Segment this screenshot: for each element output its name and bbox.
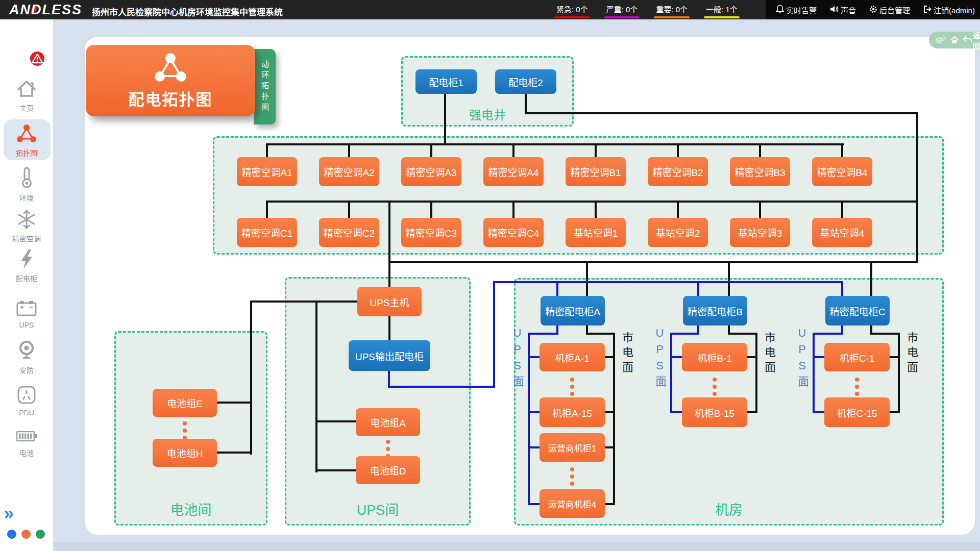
ups-line: [530, 411, 540, 413]
ups-line: [815, 411, 824, 413]
pager-dot-green[interactable]: [36, 530, 45, 539]
node-rack-c1[interactable]: 机柜C-1: [824, 343, 890, 371]
node-precision-pdu-a[interactable]: 精密配电柜A: [541, 296, 605, 325]
sidebar-item-topology[interactable]: 拓扑图: [0, 123, 53, 158]
bolt-icon: [17, 262, 36, 271]
node-base-ac-3[interactable]: 基站空调3: [730, 218, 790, 247]
connector-line: [217, 402, 251, 404]
alarm-important[interactable]: 重要: 0个: [654, 4, 690, 18]
label-strong-electric-well: 强电井: [401, 105, 574, 123]
logout-icon: [923, 5, 932, 15]
node-ac-c2[interactable]: 精密空调C2: [319, 218, 379, 247]
connector-line: [266, 202, 268, 219]
node-base-ac-4[interactable]: 基站空调4: [812, 218, 872, 247]
alarm-general-bar: [704, 16, 740, 18]
node-rack-a1[interactable]: 机柜A-1: [540, 343, 605, 371]
label-mains-face-b: 市电面: [761, 332, 777, 376]
sidebar-item-battery-label: 电池: [0, 447, 53, 458]
sidebar-expand-button[interactable]: »: [4, 503, 14, 523]
sidebar-item-topology-label: 拓扑图: [0, 147, 53, 158]
sidebar-item-power-cabinet[interactable]: 配电柜: [0, 249, 53, 283]
node-ac-a3[interactable]: 精密空调A3: [401, 157, 461, 186]
sidebar-item-ups[interactable]: UPS: [0, 299, 53, 329]
molecule-icon: [86, 52, 255, 86]
ups-line: [813, 333, 843, 335]
node-rack-b15[interactable]: 机柜B-15: [682, 397, 747, 427]
node-distribution-cabinet-2[interactable]: 配电柜2: [495, 69, 556, 94]
node-ups-output-cabinet[interactable]: UPS输出配电柜: [349, 340, 430, 371]
node-precision-pdu-c[interactable]: 精密配电柜C: [825, 296, 890, 325]
tab-env-topology[interactable]: 动环拓扑图: [254, 49, 276, 124]
node-ac-c1[interactable]: 精密空调C1: [237, 218, 297, 247]
node-base-ac-1[interactable]: 基站空调1: [566, 218, 626, 247]
node-carrier-rack-1[interactable]: 运营商机柜1: [540, 433, 605, 462]
settings-gears-icon[interactable]: [935, 36, 946, 44]
node-ac-b3[interactable]: 精密空调B3: [730, 157, 790, 186]
horizontal-scrollbar[interactable]: [53, 542, 980, 551]
node-precision-pdu-b[interactable]: 精密配电柜B: [683, 296, 747, 325]
logout-button[interactable]: 注销(admin): [923, 5, 975, 15]
node-ac-c3[interactable]: 精密空调C3: [401, 218, 461, 247]
sidebar-item-battery[interactable]: 电池: [0, 429, 53, 458]
alarm-critical[interactable]: 紧急: 0个: [554, 4, 590, 18]
node-ac-a4[interactable]: 精密空调A4: [483, 157, 544, 186]
node-battery-group-a[interactable]: 电池组A: [356, 408, 420, 436]
home-mini-icon[interactable]: [950, 36, 959, 44]
realtime-alarm-button[interactable]: 实时告警: [776, 5, 817, 15]
node-distribution-cabinet-1[interactable]: 配电柜1: [415, 69, 477, 94]
ellipsis-dots: [855, 378, 859, 396]
sidebar-item-security[interactable]: 安防: [0, 340, 53, 375]
node-ac-a1[interactable]: 精密空调A1: [237, 157, 297, 186]
connector-line: [728, 263, 730, 296]
node-battery-group-e[interactable]: 电池组E: [153, 389, 217, 417]
sidebar-item-environment[interactable]: 环境: [0, 166, 53, 203]
label-ups-face-a: UPS面: [509, 327, 525, 390]
app-root: ANDLESS 扬州市人民检察院中心机房环境监控集中管理系统 紧急: 0个 严重…: [0, 0, 980, 551]
pager-dot-orange[interactable]: [21, 530, 31, 539]
bus-line-ac-row1: [266, 143, 844, 145]
sidebar-item-pdu[interactable]: PDU: [0, 385, 53, 417]
node-battery-group-d[interactable]: 电池组D: [356, 456, 420, 484]
node-ac-b1[interactable]: 精密空调B1: [566, 157, 626, 186]
node-ac-a2[interactable]: 精密空调A2: [319, 157, 379, 186]
node-ac-c4[interactable]: 精密空调C4: [483, 218, 544, 247]
sidebar-item-precision-ac[interactable]: 精密空调: [0, 209, 53, 243]
connector-line: [586, 333, 615, 335]
node-ac-b4[interactable]: 精密空调B4: [812, 157, 872, 186]
connector-line: [747, 411, 756, 413]
snowflake-icon: [16, 222, 37, 231]
node-ac-b2[interactable]: 精密空调B2: [648, 157, 708, 186]
connector-line: [266, 144, 268, 158]
ellipsis-dots: [570, 378, 574, 396]
node-rack-a15[interactable]: 机柜A-15: [540, 397, 605, 427]
node-base-ac-2[interactable]: 基站空调2: [648, 218, 708, 247]
sidebar-item-security-label: 安防: [0, 365, 53, 375]
label-machine-room: 机房: [514, 499, 944, 519]
label-ups-room: UPS间: [285, 499, 471, 519]
back-button[interactable]: 返回: [963, 30, 980, 51]
battery-icon: [15, 437, 38, 445]
admin-console-button[interactable]: 后台管理: [869, 5, 910, 15]
connector-line: [890, 411, 899, 413]
pager-dot-blue[interactable]: [7, 530, 16, 539]
sound-button[interactable]: 声音: [830, 5, 856, 15]
alarm-severe[interactable]: 严重: 0个: [604, 4, 640, 18]
node-rack-c15[interactable]: 机柜C-15: [824, 397, 890, 427]
node-ups-host[interactable]: UPS主机: [357, 287, 422, 316]
speaker-icon: [830, 5, 839, 15]
connector-line: [388, 202, 390, 287]
connector-line: [605, 356, 614, 358]
page-title-card: 配电拓扑图: [86, 45, 255, 116]
bus-line-ups-C: [813, 333, 815, 413]
sidebar-item-home[interactable]: 主页: [0, 79, 53, 113]
sidebar: 主页 拓扑图 环境 精密空调 配电柜 UPS 安防 P: [0, 19, 53, 551]
topology-icon: [16, 137, 37, 145]
alarm-general[interactable]: 一般: 1个: [704, 4, 740, 18]
label-mains-face-a: 市电面: [618, 332, 634, 376]
sidebar-item-pdu-label: PDU: [0, 409, 53, 417]
node-rack-b1[interactable]: 机柜B-1: [682, 343, 747, 371]
label-battery-room: 电池间: [114, 499, 267, 519]
ups-line: [530, 446, 540, 448]
node-battery-group-h[interactable]: 电池组H: [153, 439, 217, 467]
mini-toolbar: 返回: [929, 32, 980, 48]
